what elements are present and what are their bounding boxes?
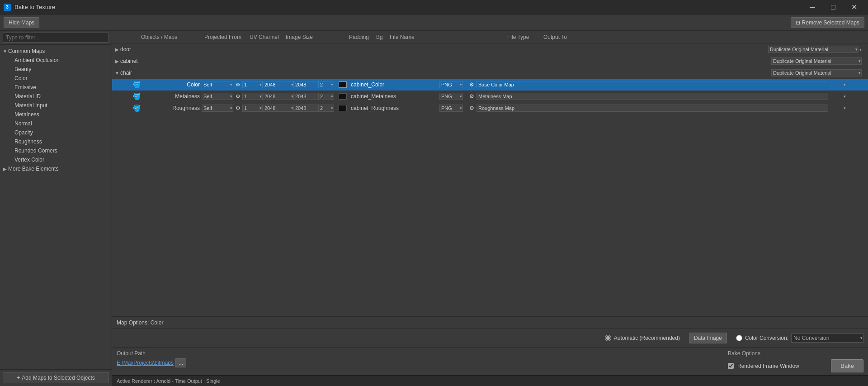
padding-wrapper[interactable]: 2 <box>318 81 334 88</box>
projected-from-select[interactable]: Self <box>202 81 233 88</box>
sidebar-item-emissive[interactable]: Emissive <box>0 83 112 92</box>
minimize-button[interactable]: ─ <box>802 0 823 14</box>
map-row[interactable]: 🪣 Metalness Self ⚙ <box>112 91 868 102</box>
table-area: Objects / Maps Projected From UV Channel… <box>112 31 868 316</box>
sidebar-item-ambient-occlusion[interactable]: Ambient Occlusion <box>0 56 112 65</box>
sidebar: ▼ Common Maps Ambient Occlusion Beauty C… <box>0 31 112 386</box>
filetype-select[interactable]: PNG <box>439 105 463 112</box>
hide-maps-button[interactable]: Hide Maps <box>4 17 39 28</box>
projected-from-wrapper[interactable]: Self <box>202 93 233 100</box>
image-size-wrapper[interactable]: 2048 <box>263 93 294 100</box>
output-to-wrapper[interactable]: Duplicate Original Material <box>771 69 862 76</box>
output-to-select[interactable]: Duplicate Original Material <box>771 69 862 76</box>
output-to-map-wrapper[interactable]: Roughness Map <box>476 105 847 112</box>
object-name: cabinet <box>120 58 138 64</box>
output-to-map-wrapper[interactable]: Base Color Map <box>476 81 847 88</box>
sidebar-item-material-input[interactable]: Material Input <box>0 101 112 110</box>
output-path-browse-button[interactable]: ... <box>175 358 186 367</box>
padding-wrapper[interactable]: 2 <box>318 105 334 112</box>
table-row[interactable]: ▶ door Duplicate Original Material ▾ <box>112 43 868 55</box>
sidebar-item-vertex-color[interactable]: Vertex Color <box>0 155 112 164</box>
color-conversion-radio[interactable] <box>736 335 742 341</box>
main-content: Objects / Maps Projected From UV Channel… <box>112 31 868 386</box>
output-to-select[interactable]: Duplicate Original Material <box>768 46 859 53</box>
uv-channel-wrapper[interactable]: 1 <box>242 93 263 100</box>
gear-icon[interactable]: ⚙ <box>233 93 242 100</box>
gear-icon[interactable]: ⚙ <box>233 105 242 111</box>
uv-channel-select[interactable]: 1 <box>242 105 263 112</box>
image-size-select[interactable]: 2048 <box>263 93 294 100</box>
output-to-wrapper[interactable]: Duplicate Original Material <box>768 46 859 53</box>
image-size-select[interactable]: 2048 <box>263 81 294 88</box>
data-image-button[interactable]: Data Image <box>689 333 727 343</box>
sidebar-item-beauty[interactable]: Beauty <box>0 65 112 74</box>
padding-select[interactable]: 2 <box>318 93 334 100</box>
filetype-wrapper[interactable]: PNG <box>439 81 463 88</box>
output-to-map-wrapper[interactable]: Metalness Map <box>476 93 847 100</box>
output-to-select[interactable]: Duplicate Original Material <box>771 57 862 65</box>
output-path-link[interactable]: E:\MaxProjects\bitmaps <box>117 360 174 366</box>
filetype-select[interactable]: PNG <box>439 93 463 100</box>
map-row[interactable]: 🪣 Roughness Self ⚙ <box>112 102 868 114</box>
close-button[interactable]: ✕ <box>844 0 864 14</box>
color-conversion-select-wrapper[interactable]: No Conversion <box>791 334 863 343</box>
table-row[interactable]: ▶ cabinet Duplicate Original Material <box>112 55 868 67</box>
more-bake-elements-section[interactable]: ▶ More Bake Elements <box>0 164 112 173</box>
sidebar-item-rounded-corners[interactable]: Rounded Corners <box>0 146 112 155</box>
common-maps-section[interactable]: ▼ Common Maps <box>0 47 112 56</box>
gear-icon[interactable]: ⚙ <box>233 81 242 88</box>
filetype-select[interactable]: PNG <box>439 81 463 88</box>
filetype-wrapper[interactable]: PNG <box>439 93 463 100</box>
bg-color-swatch[interactable] <box>339 93 347 100</box>
projected-from-select[interactable]: Self <box>202 105 233 112</box>
common-maps-items: Ambient Occlusion Beauty Color Emissive … <box>0 56 112 164</box>
col-header-projected: Projected From <box>204 34 250 40</box>
rendered-frame-window-checkbox[interactable] <box>728 363 734 369</box>
output-to-wrapper[interactable]: Duplicate Original Material <box>771 57 862 65</box>
image-size-wrapper[interactable]: 2048 <box>263 105 294 112</box>
padding-wrapper[interactable]: 2 <box>318 93 334 100</box>
output-to-map-select[interactable]: Base Color Map <box>476 81 828 88</box>
sidebar-item-color[interactable]: Color <box>0 74 112 83</box>
automatic-radio[interactable] <box>605 335 611 341</box>
col-header-objects: Objects / Maps <box>114 34 204 40</box>
color-conversion-select[interactable]: No Conversion <box>791 334 863 343</box>
settings-icon[interactable]: ⚙ <box>467 81 476 88</box>
sidebar-item-opacity[interactable]: Opacity <box>0 128 112 137</box>
uv-channel-wrapper[interactable]: 1 <box>242 81 263 88</box>
table-body: ▶ door Duplicate Original Material ▾ <box>112 43 868 316</box>
remove-selected-maps-button[interactable]: ⊟ Remove Selected Maps <box>791 17 864 28</box>
projected-from-wrapper[interactable]: Self <box>202 105 233 112</box>
uv-channel-select[interactable]: 1 <box>242 93 263 100</box>
bake-button[interactable]: Bake <box>831 359 863 372</box>
uv-channel-select[interactable]: 1 <box>242 81 263 88</box>
sidebar-item-normal[interactable]: Normal <box>0 119 112 128</box>
filter-input[interactable] <box>3 33 109 43</box>
output-path-inner: E:\MaxProjects\bitmaps ... <box>117 358 719 367</box>
settings-icon[interactable]: ⚙ <box>467 105 476 111</box>
table-row[interactable]: ▼ chair Duplicate Original Material <box>112 67 868 79</box>
filetype-wrapper[interactable]: PNG <box>439 105 463 112</box>
settings-icon[interactable]: ⚙ <box>467 93 476 100</box>
sidebar-item-roughness[interactable]: Roughness <box>0 137 112 146</box>
add-maps-button[interactable]: + Add Maps to Selected Objects <box>3 372 109 383</box>
sidebar-item-material-id[interactable]: Material ID <box>0 92 112 101</box>
bg-color-swatch[interactable] <box>339 81 347 88</box>
map-row[interactable]: 🪣 Color Self ⚙ <box>112 79 868 91</box>
projected-from-select[interactable]: Self <box>202 93 233 100</box>
uv-channel-wrapper[interactable]: 1 <box>242 105 263 112</box>
sidebar-item-metalness[interactable]: Metalness <box>0 110 112 119</box>
object-name: door <box>120 46 131 52</box>
image-size-select[interactable]: 2048 <box>263 105 294 112</box>
maximize-button[interactable]: □ <box>823 0 844 14</box>
padding-select[interactable]: 2 <box>318 105 334 112</box>
image-size-wrapper[interactable]: 2048 <box>263 81 294 88</box>
output-to-map-select[interactable]: Roughness Map <box>476 105 828 112</box>
output-to-map-select[interactable]: Metalness Map <box>476 93 828 100</box>
table-header: Objects / Maps Projected From UV Channel… <box>112 31 868 43</box>
map-type-icon: 🪣 <box>133 105 143 112</box>
projected-from-wrapper[interactable]: Self <box>202 81 233 88</box>
output-bake-row: Output Path E:\MaxProjects\bitmaps ... B… <box>112 347 868 375</box>
padding-select[interactable]: 2 <box>318 81 334 88</box>
bg-color-swatch[interactable] <box>339 105 347 111</box>
